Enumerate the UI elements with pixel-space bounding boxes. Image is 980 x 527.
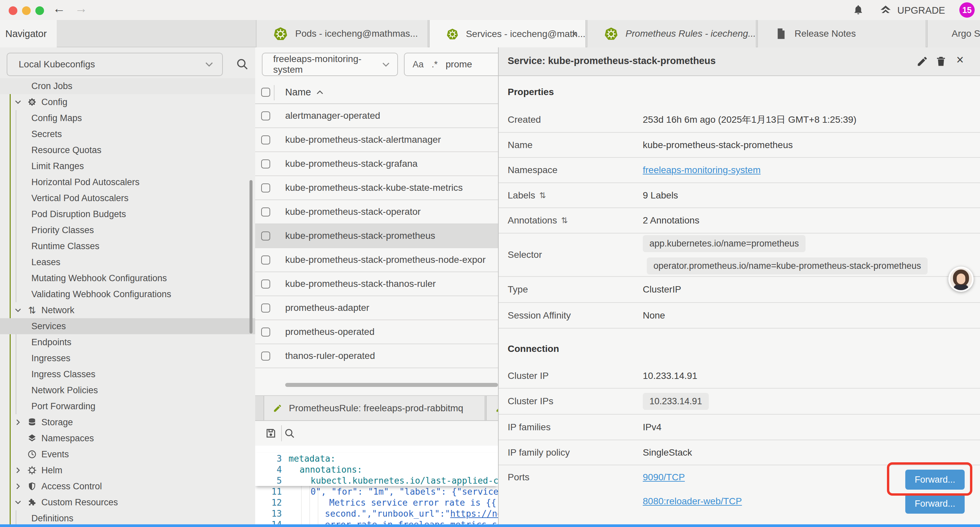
sidebar-item-secrets[interactable]: Secrets [0, 126, 255, 142]
sidebar-item-mutating-webhook-configurations[interactable]: Mutating Webhook Configurations [0, 270, 255, 286]
table-row[interactable]: prometheus-operated [255, 320, 498, 344]
notification-count-badge[interactable]: 15 [959, 2, 975, 18]
sidebar-item-storage[interactable]: Storage [0, 414, 255, 430]
table-row[interactable]: kube-prometheus-stack-operator [255, 200, 498, 224]
sidebar-item-port-forwarding[interactable]: Port Forwarding [0, 398, 255, 414]
table-row[interactable]: kube-prometheus-stack-alertmanager [255, 128, 498, 152]
sidebar-item-leases[interactable]: Leases [0, 254, 255, 270]
save-icon[interactable] [265, 428, 277, 439]
table-row[interactable]: kube-prometheus-stack-prometheus-node-ex… [255, 248, 498, 272]
match-case-toggle[interactable]: Aa [413, 59, 424, 70]
sidebar-item-helm[interactable]: Helm [0, 462, 255, 478]
sidebar-scrollbar[interactable] [250, 180, 253, 334]
close-tab-icon[interactable]: × [571, 29, 578, 40]
table-row[interactable]: alertmanager-operated [255, 104, 498, 128]
back-button[interactable]: ← [53, 2, 65, 16]
horizontal-scrollbar[interactable] [285, 383, 498, 387]
row-checkbox[interactable] [261, 159, 270, 169]
editor-tab-prometheusrule[interactable]: PrometheusRule: freeleaps-prod-rabbitmq [264, 396, 485, 420]
chevron-down-icon[interactable] [13, 308, 23, 312]
tab-services[interactable]: Services - icecheng@math... × [429, 20, 586, 48]
regex-toggle[interactable]: .* [432, 59, 438, 70]
row-checkbox[interactable] [261, 111, 270, 120]
delete-trash-icon[interactable] [935, 56, 947, 67]
kubeconfig-selector[interactable]: Local Kubeconfigs [7, 53, 223, 76]
avatar[interactable] [948, 266, 974, 292]
sidebar-item-vertical-pod-autoscalers[interactable]: Vertical Pod Autoscalers [0, 190, 255, 206]
close-window-button[interactable] [9, 6, 18, 15]
tab-pods[interactable]: Pods - icecheng@mathmas... [256, 20, 428, 47]
row-checkbox[interactable] [261, 207, 270, 217]
sidebar-item-definitions[interactable]: Definitions [0, 510, 255, 524]
sidebar-item-resource-quotas[interactable]: Resource Quotas [0, 142, 255, 158]
sort-asc-icon[interactable] [316, 90, 323, 95]
expand-collapse-icon[interactable]: ⇅ [561, 216, 568, 225]
chevron-right-icon[interactable] [13, 419, 23, 426]
select-all-checkbox[interactable] [261, 88, 270, 97]
sidebar-item-limit-ranges[interactable]: Limit Ranges [0, 158, 255, 174]
sidebar-item-cron-jobs[interactable]: Cron Jobs [0, 78, 255, 94]
sidebar-item-priority-classes[interactable]: Priority Classes [0, 222, 255, 238]
yaml-editor[interactable]: 11 0", "for": "1m", "labels": {"service"… [255, 446, 498, 524]
sidebar-item-ingress-classes[interactable]: Ingress Classes [0, 366, 255, 382]
sidebar-item-validating-webhook-configurations[interactable]: Validating Webhook Configurations [0, 286, 255, 302]
row-checkbox[interactable] [261, 280, 270, 288]
forward-button[interactable]: → [75, 2, 88, 16]
namespace-link[interactable]: freeleaps-monitoring-system [643, 165, 760, 175]
table-filter-input[interactable]: Aa .* prome [404, 53, 498, 76]
table-row[interactable]: kube-prometheus-stack-grafana [255, 152, 498, 176]
row-checkbox[interactable] [261, 304, 270, 312]
navigator-panel-tab[interactable]: Navigator [0, 20, 57, 47]
editor-tab-partial[interactable] [486, 396, 498, 420]
chevron-down-icon[interactable] [13, 500, 23, 505]
upgrade-button[interactable]: UPGRADE [879, 4, 945, 17]
property-row-created: Created 253d 16h 6m ago (2025年1月13日 GMT+… [499, 107, 980, 133]
row-checkbox[interactable] [261, 135, 270, 145]
row-checkbox[interactable] [261, 255, 270, 264]
tab-prometheus-rules[interactable]: Prometheus Rules - icecheng... [587, 20, 757, 47]
namespace-selector[interactable]: freeleaps-monitoring-system [262, 53, 398, 76]
sidebar-item-network[interactable]: ⇅ Network [0, 302, 255, 318]
edit-pencil-icon[interactable] [916, 56, 928, 67]
line-number: 5 [255, 476, 282, 486]
table-row[interactable]: thanos-ruler-operated [255, 344, 498, 368]
zoom-window-button[interactable] [35, 6, 44, 15]
port-link-9090[interactable]: 9090/TCP [643, 472, 685, 482]
expand-collapse-icon[interactable]: ⇅ [539, 191, 546, 200]
sidebar-item-access-control[interactable]: Access Control [0, 478, 255, 494]
table-row[interactable]: kube-prometheus-stack-thanos-ruler [255, 272, 498, 296]
runbook-url-link[interactable]: https://net [450, 509, 498, 519]
sidebar-item-ingresses[interactable]: Ingresses [0, 350, 255, 366]
sidebar-item-config-maps[interactable]: Config Maps [0, 110, 255, 126]
row-checkbox[interactable] [261, 231, 270, 240]
column-header-name[interactable]: Name [285, 87, 311, 98]
sidebar-item-horizontal-pod-autoscalers[interactable]: Horizontal Pod Autoscalers [0, 174, 255, 190]
table-row[interactable]: prometheus-adapter [255, 296, 498, 320]
sidebar-item-pod-disruption-budgets[interactable]: Pod Disruption Budgets [0, 206, 255, 222]
row-checkbox[interactable] [261, 183, 270, 193]
sidebar-item-custom-resources[interactable]: Custom Resources [0, 494, 255, 510]
sidebar-item-events[interactable]: Events [0, 446, 255, 462]
sidebar-item-config[interactable]: Config [0, 94, 255, 110]
sidebar-item-namespaces[interactable]: Namespaces [0, 430, 255, 446]
sidebar-item-runtime-classes[interactable]: Runtime Classes [0, 238, 255, 254]
sidebar-search-icon[interactable] [235, 57, 249, 71]
forward-port-button-8080[interactable]: Forward... [905, 494, 965, 514]
chevron-down-icon[interactable] [13, 100, 23, 104]
minimize-window-button[interactable] [22, 6, 31, 15]
tab-argo[interactable]: Argo Se [927, 20, 980, 47]
notifications-bell-icon[interactable] [853, 4, 864, 16]
close-panel-icon[interactable]: × [956, 53, 964, 67]
sidebar-item-services[interactable]: Services [0, 318, 255, 334]
sidebar-item-endpoints[interactable]: Endpoints [0, 334, 255, 350]
tab-release-notes[interactable]: Release Notes [757, 20, 926, 47]
chevron-right-icon[interactable] [13, 467, 23, 474]
chevron-right-icon[interactable] [13, 483, 23, 490]
editor-search-icon[interactable] [284, 428, 295, 439]
port-link-8080[interactable]: 8080:reloader-web/TCP [643, 496, 742, 507]
table-row[interactable]: kube-prometheus-stack-kube-state-metrics [255, 176, 498, 200]
row-checkbox[interactable] [261, 352, 270, 361]
sidebar-item-network-policies[interactable]: Network Policies [0, 382, 255, 398]
row-checkbox[interactable] [261, 328, 270, 336]
table-row-selected[interactable]: kube-prometheus-stack-prometheus [255, 224, 498, 248]
